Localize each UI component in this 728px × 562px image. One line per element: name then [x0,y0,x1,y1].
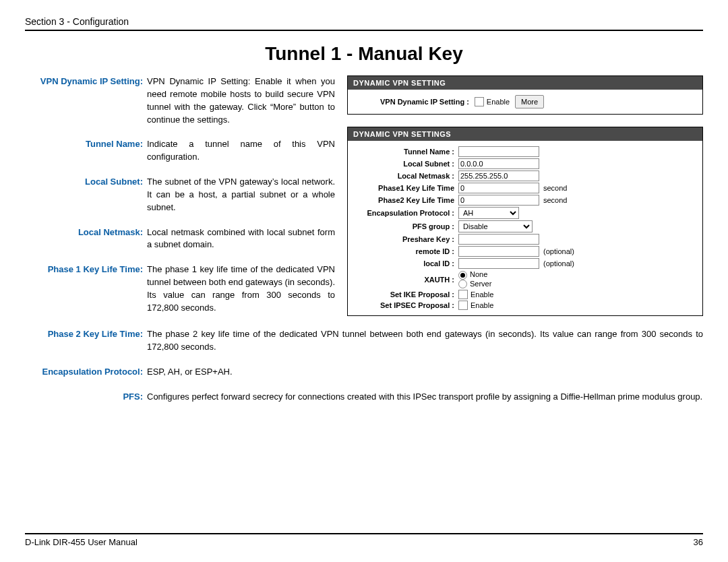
encapsulation-select[interactable]: AH [458,207,519,219]
local-netmask-input[interactable] [458,170,539,181]
radio-label: Server [470,280,491,288]
field-label: remote ID : [353,247,458,255]
local-subnet-input[interactable] [458,158,539,169]
def-label: Encapsulation Protocol: [25,366,147,379]
panel-title: DYNAMIC VPN SETTINGS [348,127,702,141]
field-label: Tunnel Name : [353,148,458,156]
enable-text: Enable [471,290,493,299]
def-label: Phase 2 Key Life Time: [25,328,147,354]
phase1-input[interactable] [458,183,539,193]
def-text: VPN Dynamic IP Setting: Enable it when y… [147,75,335,126]
field-label: PFS group : [353,222,458,230]
field-label: Preshare Key : [353,235,458,243]
field-label: Phase2 Key Life Time [353,196,458,204]
preshare-key-input[interactable] [458,234,539,245]
field-label: Local Netmask : [353,172,458,180]
def-label: PFS: [25,391,147,404]
footer-left: D-Link DIR-455 User Manual [25,537,138,547]
def-text: Indicate a tunnel name of this VPN confi… [147,138,335,164]
panel-dynamic-vpn-settings: DYNAMIC VPN SETTINGS Tunnel Name : Local… [347,127,703,316]
field-label: Set IPSEC Proposal : [353,301,458,309]
field-label: local ID : [353,259,458,268]
def-text: ESP, AH, or ESP+AH. [147,366,703,379]
def-text: Local netmask combined with local subnet… [147,226,335,252]
panel-dynamic-vpn-setting: DYNAMIC VPN SETTING VPN Dynamic IP Setti… [347,75,703,115]
tunnel-name-input[interactable] [458,146,539,157]
enable-text: Enable [487,98,510,106]
ike-enable-checkbox[interactable] [458,290,468,299]
xauth-server-radio[interactable] [458,280,467,288]
def-text: The subnet of the VPN gateway’s local ne… [147,176,335,214]
section-header: Section 3 - Configuration [25,16,703,31]
ipsec-enable-checkbox[interactable] [458,301,468,310]
panel-title: DYNAMIC VPN SETTING [348,76,702,90]
def-text: Configures perfect forward secrecy for c… [147,391,703,404]
field-label: Set IKE Proposal : [353,290,458,299]
page-footer: D-Link DIR-455 User Manual 36 [25,533,703,547]
enable-checkbox[interactable] [475,97,484,106]
field-label: Local Subnet : [353,160,458,168]
xauth-none-radio[interactable] [458,271,467,280]
optional-text: (optional) [543,259,574,268]
def-text: The phase 1 key life time of the dedicat… [147,263,335,314]
def-text: The phase 2 key life time of the dedicat… [147,328,703,354]
enable-text: Enable [471,301,493,309]
field-label: XAUTH : [353,276,458,284]
def-label: Tunnel Name: [25,138,147,164]
unit-text: second [543,184,567,192]
def-label: Local Subnet: [25,176,147,214]
optional-text: (optional) [543,247,574,255]
phase2-input[interactable] [458,195,539,206]
remote-id-input[interactable] [458,246,539,257]
page-title: Tunnel 1 - Manual Key [25,43,703,65]
local-id-input[interactable] [458,258,539,269]
def-label: Phase 1 Key Life Time: [25,263,147,314]
field-label: Phase1 Key Life Time [353,184,458,192]
more-button[interactable]: More [515,95,544,108]
unit-text: second [543,196,567,204]
field-label: Encapsulation Protocol : [353,209,458,217]
definitions-full: Phase 2 Key Life Time:The phase 2 key li… [25,328,703,403]
field-label: VPN Dynamic IP Setting : [380,98,469,106]
pfs-select[interactable]: Disable [458,220,533,232]
definitions-left: VPN Dynamic IP Setting:VPN Dynamic IP Se… [25,75,335,328]
def-label: Local Netmask: [25,226,147,252]
footer-page-number: 36 [694,537,703,547]
def-label: VPN Dynamic IP Setting: [25,75,147,126]
radio-label: None [470,270,487,278]
